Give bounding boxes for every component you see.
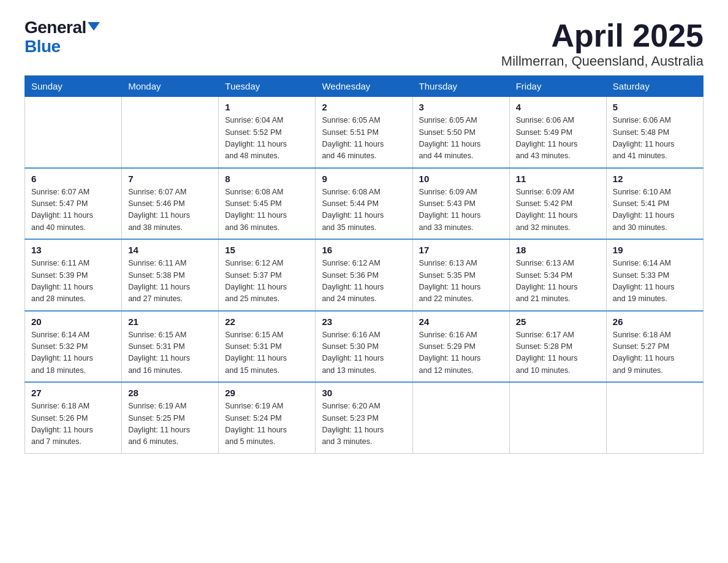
day-number: 5 (613, 102, 697, 112)
day-info: Sunrise: 6:05 AMSunset: 5:50 PMDaylight:… (419, 115, 503, 163)
calendar-cell: 16Sunrise: 6:12 AMSunset: 5:36 PMDayligh… (316, 239, 412, 311)
calendar-cell (606, 382, 703, 453)
day-number: 18 (516, 245, 600, 255)
day-info: Sunrise: 6:07 AMSunset: 5:46 PMDaylight:… (128, 186, 212, 234)
day-info: Sunrise: 6:05 AMSunset: 5:51 PMDaylight:… (322, 115, 406, 163)
day-number: 2 (322, 102, 406, 112)
day-info: Sunrise: 6:12 AMSunset: 5:37 PMDaylight:… (225, 258, 309, 305)
day-number: 27 (31, 388, 115, 398)
calendar-cell: 28Sunrise: 6:19 AMSunset: 5:25 PMDayligh… (122, 382, 219, 453)
day-info: Sunrise: 6:09 AMSunset: 5:43 PMDaylight:… (419, 186, 503, 234)
calendar-cell: 9Sunrise: 6:08 AMSunset: 5:44 PMDaylight… (316, 168, 412, 240)
calendar-cell (509, 382, 606, 453)
day-number: 9 (322, 174, 406, 184)
day-info: Sunrise: 6:13 AMSunset: 5:35 PMDaylight:… (419, 258, 503, 305)
day-info: Sunrise: 6:06 AMSunset: 5:48 PMDaylight:… (613, 115, 697, 163)
day-number: 29 (225, 388, 309, 398)
day-number: 22 (225, 316, 309, 327)
calendar-week-row: 1Sunrise: 6:04 AMSunset: 5:52 PMDaylight… (25, 97, 703, 168)
day-info: Sunrise: 6:07 AMSunset: 5:47 PMDaylight:… (31, 186, 115, 234)
day-number: 21 (128, 316, 212, 327)
calendar-cell: 30Sunrise: 6:20 AMSunset: 5:23 PMDayligh… (316, 382, 412, 453)
calendar-cell: 27Sunrise: 6:18 AMSunset: 5:26 PMDayligh… (25, 382, 122, 453)
day-number: 24 (419, 316, 503, 327)
calendar-cell: 18Sunrise: 6:13 AMSunset: 5:34 PMDayligh… (509, 239, 606, 311)
day-number: 20 (31, 316, 115, 327)
weekday-header: Sunday (25, 76, 122, 97)
day-number: 15 (225, 245, 309, 255)
day-number: 25 (516, 316, 600, 327)
calendar-cell: 25Sunrise: 6:17 AMSunset: 5:28 PMDayligh… (509, 311, 606, 383)
calendar-cell: 20Sunrise: 6:14 AMSunset: 5:32 PMDayligh… (25, 311, 122, 383)
day-number: 30 (322, 388, 406, 398)
calendar-cell: 4Sunrise: 6:06 AMSunset: 5:49 PMDaylight… (509, 97, 606, 168)
calendar-header-row: SundayMondayTuesdayWednesdayThursdayFrid… (25, 76, 703, 97)
page-header: General Blue April 2025 Millmerran, Quee… (25, 18, 703, 69)
day-info: Sunrise: 6:06 AMSunset: 5:49 PMDaylight:… (516, 115, 600, 163)
calendar-week-row: 20Sunrise: 6:14 AMSunset: 5:32 PMDayligh… (25, 311, 703, 383)
day-info: Sunrise: 6:11 AMSunset: 5:39 PMDaylight:… (31, 258, 115, 305)
weekday-header: Friday (509, 76, 606, 97)
calendar-cell (412, 382, 509, 453)
day-number: 10 (419, 174, 503, 184)
calendar-cell: 23Sunrise: 6:16 AMSunset: 5:30 PMDayligh… (316, 311, 412, 383)
calendar-cell (122, 97, 219, 168)
weekday-header: Wednesday (316, 76, 412, 97)
logo-general: General (25, 18, 86, 37)
day-number: 7 (128, 174, 212, 184)
day-info: Sunrise: 6:11 AMSunset: 5:38 PMDaylight:… (128, 258, 212, 305)
day-info: Sunrise: 6:08 AMSunset: 5:45 PMDaylight:… (225, 186, 309, 234)
calendar-cell: 8Sunrise: 6:08 AMSunset: 5:45 PMDaylight… (219, 168, 316, 240)
calendar-cell: 22Sunrise: 6:15 AMSunset: 5:31 PMDayligh… (219, 311, 316, 383)
day-info: Sunrise: 6:19 AMSunset: 5:25 PMDaylight:… (128, 400, 212, 448)
location-title: Millmerran, Queensland, Australia (501, 53, 703, 69)
calendar-cell: 26Sunrise: 6:18 AMSunset: 5:27 PMDayligh… (606, 311, 703, 383)
day-number: 3 (419, 102, 503, 112)
calendar-cell: 21Sunrise: 6:15 AMSunset: 5:31 PMDayligh… (122, 311, 219, 383)
calendar-cell: 7Sunrise: 6:07 AMSunset: 5:46 PMDaylight… (122, 168, 219, 240)
calendar-cell: 5Sunrise: 6:06 AMSunset: 5:48 PMDaylight… (606, 97, 703, 168)
calendar-cell: 24Sunrise: 6:16 AMSunset: 5:29 PMDayligh… (412, 311, 509, 383)
calendar-cell: 15Sunrise: 6:12 AMSunset: 5:37 PMDayligh… (219, 239, 316, 311)
day-info: Sunrise: 6:15 AMSunset: 5:31 PMDaylight:… (225, 329, 309, 377)
title-block: April 2025 Millmerran, Queensland, Austr… (501, 18, 703, 69)
day-info: Sunrise: 6:18 AMSunset: 5:27 PMDaylight:… (613, 329, 697, 377)
day-info: Sunrise: 6:16 AMSunset: 5:30 PMDaylight:… (322, 329, 406, 377)
day-number: 19 (613, 245, 697, 255)
day-number: 8 (225, 174, 309, 184)
day-info: Sunrise: 6:20 AMSunset: 5:23 PMDaylight:… (322, 400, 406, 448)
day-info: Sunrise: 6:14 AMSunset: 5:33 PMDaylight:… (613, 258, 697, 305)
day-info: Sunrise: 6:17 AMSunset: 5:28 PMDaylight:… (516, 329, 600, 377)
calendar-table: SundayMondayTuesdayWednesdayThursdayFrid… (25, 75, 703, 454)
weekday-header: Tuesday (219, 76, 316, 97)
calendar-cell: 29Sunrise: 6:19 AMSunset: 5:24 PMDayligh… (219, 382, 316, 453)
day-number: 1 (225, 102, 309, 112)
calendar-cell (25, 97, 122, 168)
day-info: Sunrise: 6:12 AMSunset: 5:36 PMDaylight:… (322, 258, 406, 305)
day-number: 14 (128, 245, 212, 255)
weekday-header: Thursday (412, 76, 509, 97)
day-number: 17 (419, 245, 503, 255)
day-info: Sunrise: 6:09 AMSunset: 5:42 PMDaylight:… (516, 186, 600, 234)
calendar-cell: 12Sunrise: 6:10 AMSunset: 5:41 PMDayligh… (606, 168, 703, 240)
day-number: 11 (516, 174, 600, 184)
day-info: Sunrise: 6:18 AMSunset: 5:26 PMDaylight:… (31, 400, 115, 448)
day-info: Sunrise: 6:13 AMSunset: 5:34 PMDaylight:… (516, 258, 600, 305)
day-info: Sunrise: 6:15 AMSunset: 5:31 PMDaylight:… (128, 329, 212, 377)
calendar-cell: 10Sunrise: 6:09 AMSunset: 5:43 PMDayligh… (412, 168, 509, 240)
calendar-cell: 3Sunrise: 6:05 AMSunset: 5:50 PMDaylight… (412, 97, 509, 168)
calendar-cell: 11Sunrise: 6:09 AMSunset: 5:42 PMDayligh… (509, 168, 606, 240)
day-number: 23 (322, 316, 406, 327)
calendar-cell: 19Sunrise: 6:14 AMSunset: 5:33 PMDayligh… (606, 239, 703, 311)
weekday-header: Saturday (606, 76, 703, 97)
day-info: Sunrise: 6:19 AMSunset: 5:24 PMDaylight:… (225, 400, 309, 448)
calendar-cell: 6Sunrise: 6:07 AMSunset: 5:47 PMDaylight… (25, 168, 122, 240)
logo: General Blue (25, 18, 100, 56)
calendar-cell: 13Sunrise: 6:11 AMSunset: 5:39 PMDayligh… (25, 239, 122, 311)
weekday-header: Monday (122, 76, 219, 97)
day-number: 28 (128, 388, 212, 398)
day-info: Sunrise: 6:16 AMSunset: 5:29 PMDaylight:… (419, 329, 503, 377)
day-info: Sunrise: 6:08 AMSunset: 5:44 PMDaylight:… (322, 186, 406, 234)
day-number: 16 (322, 245, 406, 255)
day-info: Sunrise: 6:04 AMSunset: 5:52 PMDaylight:… (225, 115, 309, 163)
